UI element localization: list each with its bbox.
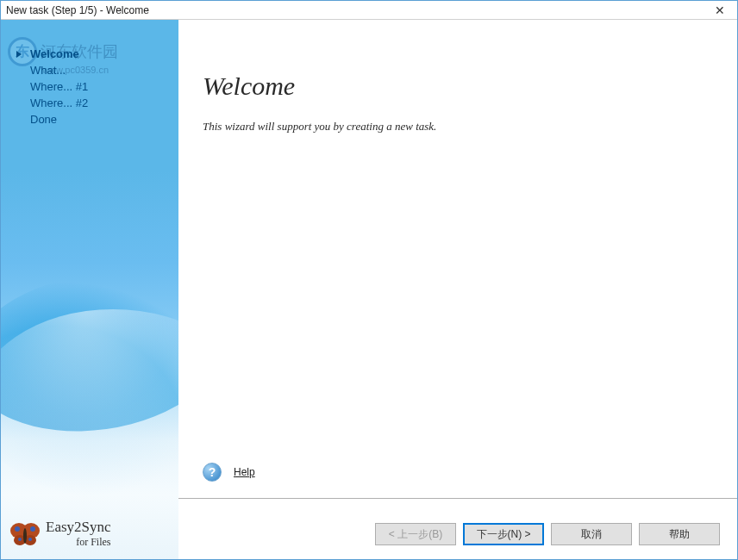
nav-step-where1[interactable]: Where... #1 — [1, 78, 178, 95]
body: 东 河东软件园 www.pc0359.cn Welcome What... Wh… — [1, 20, 737, 559]
butterfly-icon — [9, 520, 41, 548]
page-title: Welcome — [203, 72, 713, 101]
nav-step-where2[interactable]: Where... #2 — [1, 95, 178, 111]
svg-point-5 — [30, 526, 35, 532]
footer-buttons: < 上一步(B) 下一步(N) > 取消 帮助 — [375, 523, 720, 545]
nav-step-welcome[interactable]: Welcome — [1, 46, 178, 62]
nav-step-what[interactable]: What... — [1, 62, 178, 78]
back-button: < 上一步(B) — [375, 523, 456, 545]
divider — [178, 498, 737, 499]
nav-step-done[interactable]: Done — [1, 111, 178, 128]
page-description: This wizard will support you by creating… — [203, 120, 713, 134]
help-icon[interactable]: ? — [203, 463, 222, 482]
help-row: ? Help — [203, 463, 255, 482]
main-panel: Welcome This wizard will support you by … — [178, 20, 737, 559]
cancel-button[interactable]: 取消 — [551, 523, 632, 545]
wizard-window: New task (Step 1/5) - Welcome ✕ 东 河东软件园 … — [0, 0, 738, 560]
help-link[interactable]: Help — [234, 466, 255, 478]
titlebar: New task (Step 1/5) - Welcome ✕ — [1, 1, 737, 20]
brand-name: Easy2Sync — [46, 519, 111, 536]
brand-subtitle: for Files — [46, 536, 111, 549]
next-button[interactable]: 下一步(N) > — [463, 523, 544, 545]
svg-point-7 — [28, 538, 32, 541]
brand-text: Easy2Sync for Files — [46, 519, 111, 549]
sidebar: 东 河东软件园 www.pc0359.cn Welcome What... Wh… — [1, 20, 178, 559]
step-nav: Welcome What... Where... #1 Where... #2 … — [1, 20, 178, 128]
window-title: New task (Step 1/5) - Welcome — [6, 4, 149, 16]
svg-point-4 — [15, 526, 20, 532]
brand: Easy2Sync for Files — [9, 519, 111, 549]
svg-point-8 — [23, 528, 27, 544]
close-button[interactable]: ✕ — [703, 1, 737, 20]
wave-decoration — [1, 309, 178, 499]
help-button[interactable]: 帮助 — [639, 523, 720, 545]
svg-point-6 — [18, 538, 22, 541]
